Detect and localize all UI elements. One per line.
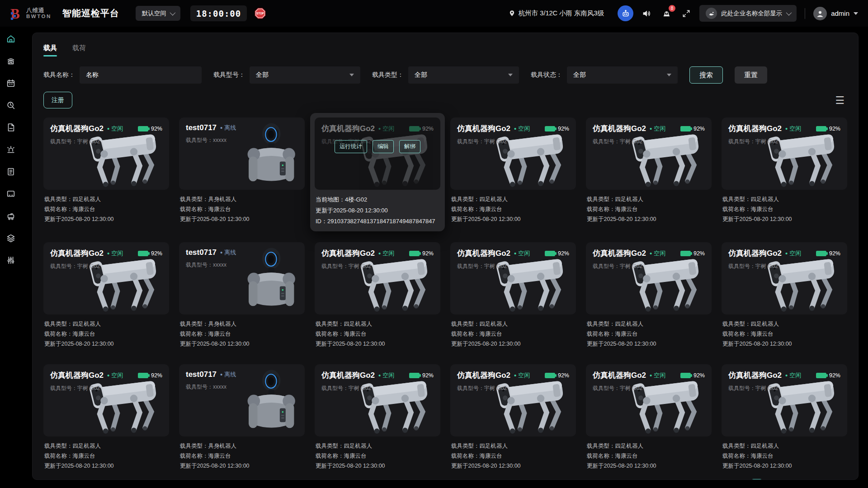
- vehicle-card[interactable]: 仿真机器狗Go2 • 空闲 92% 载具型号：宇树 Go2: [717, 113, 852, 231]
- status-dot-icon: •: [785, 373, 788, 378]
- search-button[interactable]: 搜索: [689, 66, 723, 84]
- battery-percent: 92%: [829, 250, 840, 257]
- battery-percent: 92%: [422, 250, 434, 257]
- vehicle-card[interactable]: 仿真机器狗Go2 • 空闲 92% 载具型号：宇树 Go2: [39, 360, 174, 475]
- card-action-button[interactable]: 解绑: [399, 140, 420, 153]
- reset-button[interactable]: 重置: [735, 66, 767, 84]
- tab-payloads[interactable]: 载荷: [72, 44, 86, 56]
- robot-image: [756, 127, 847, 190]
- battery-percent: 92%: [693, 250, 705, 257]
- robot-assistant-button[interactable]: [618, 5, 633, 21]
- vehicle-card-panel: 仿真机器狗Go2 • 空闲 92% 载具型号：宇树 Go2: [43, 364, 169, 436]
- sidebar-item-robot-vehicle[interactable]: [6, 211, 16, 221]
- battery-indicator: 92%: [545, 126, 569, 132]
- space-selector[interactable]: 默认空间: [136, 6, 180, 21]
- vehicle-type-select[interactable]: 全部: [408, 66, 519, 84]
- vehicle-card[interactable]: 仿真机器狗Go2 • 空闲 92% 载具型号：宇树 Go2: [581, 360, 716, 475]
- vehicle-card[interactable]: 仿真机器狗Go2 • 空闲 92% 载具型号：宇树 Go2: [581, 113, 716, 231]
- enterprise-selector[interactable]: 此处企业名称全部显示: [699, 5, 797, 22]
- status-dot-icon: •: [514, 127, 516, 131]
- card-meta: 载具类型：四足机器人载荷名称：海康云台更新于2025-08-20 12:30:0…: [586, 194, 712, 224]
- emergency-stop-button[interactable]: STOP: [253, 6, 267, 21]
- robot-assistant-icon: [621, 9, 630, 18]
- vehicle-name-input[interactable]: [80, 66, 202, 84]
- status-badge: • 空闲: [378, 125, 394, 133]
- filter-bar: 载具名称： 载具型号： 全部 载具类型： 全部 载具状态： 全部 搜索 重置: [43, 66, 847, 84]
- tab-vehicles[interactable]: 载具: [43, 44, 57, 56]
- vehicle-card[interactable]: 仿真机器狗Go2 • 空闲 92% 载具型号：宇树 Go2: [310, 360, 445, 475]
- status-badge: • 空闲: [107, 371, 123, 380]
- sidebar-item-calendar[interactable]: [6, 78, 16, 88]
- card-meta-line: 载具类型：四足机器人: [316, 319, 439, 329]
- sidebar-item-layers[interactable]: [6, 233, 16, 243]
- vehicle-type-label: 载具类型：: [372, 71, 404, 79]
- page-title: 智能巡检平台: [62, 7, 119, 19]
- sidebar-item-station[interactable]: [6, 56, 16, 66]
- weather-info: 杭州市 3/12C 小雨 东南风3级: [509, 9, 604, 18]
- speaker-icon: [642, 9, 651, 19]
- robot-image: [485, 252, 576, 314]
- vehicle-card[interactable]: test0717 • 离线 载具型号：xxxxx: [175, 113, 309, 231]
- card-model-line: 载具型号：宇树 Go2: [728, 385, 840, 392]
- card-action-button[interactable]: 运行统计: [335, 140, 367, 153]
- vehicle-card[interactable]: 仿真机器狗Go2 • 空闲 92% 载具型号：宇树 Go2: [39, 113, 174, 231]
- card-action-button[interactable]: 编辑: [373, 140, 394, 153]
- vehicle-card[interactable]: 仿真机器狗Go2 • 空闲 92% 载具型号：宇树 Go2: [39, 238, 174, 353]
- battery-indicator: 92%: [816, 250, 840, 257]
- status-badge: • 空闲: [650, 371, 665, 380]
- user-name: admin: [831, 9, 849, 17]
- enterprise-name: 此处企业名称全部显示: [721, 9, 782, 18]
- battery-icon: [680, 251, 691, 256]
- list-view-toggle-icon[interactable]: ☰: [835, 96, 844, 105]
- pagination-page-1[interactable]: 1: [750, 479, 763, 480]
- robot-image: [485, 127, 576, 190]
- dropdown-arrow-icon: [508, 74, 513, 76]
- card-meta-line: 更新于2025-08-20 12:30:00: [722, 339, 846, 349]
- fullscreen-button[interactable]: [679, 6, 693, 21]
- battery-indicator: 92%: [409, 126, 434, 132]
- chevron-down-icon: [170, 10, 175, 16]
- battery-icon: [545, 126, 555, 131]
- status-badge: • 空闲: [514, 125, 530, 133]
- card-meta: 载具类型：四足机器人载荷名称：海康云台更新于2025-08-20 12:30:0…: [43, 319, 169, 349]
- vehicle-card[interactable]: test0717 • 离线 载具型号：xxxxx: [175, 238, 309, 353]
- card-meta-line: 载荷名称：海康云台: [180, 329, 304, 339]
- sidebar-item-document[interactable]: [6, 122, 16, 132]
- sidebar-item-home[interactable]: [6, 34, 16, 44]
- sidebar-item-report[interactable]: [6, 167, 16, 177]
- card-meta-line: 载荷名称：海康云台: [451, 451, 575, 461]
- vehicle-card[interactable]: 仿真机器狗Go2 • 空闲 92% 载具型号：宇树 Go2: [446, 238, 580, 353]
- vehicle-card[interactable]: 仿真机器狗Go2 • 空闲 92% 载具型号：宇树 Go2: [717, 360, 852, 475]
- card-meta-line: 更新于2025-08-20 12:30:00: [587, 214, 711, 224]
- card-meta-line: 载具类型：具身机器人: [180, 319, 304, 329]
- user-menu[interactable]: admin: [813, 7, 858, 20]
- fullscreen-icon: [682, 9, 691, 18]
- alarm-button[interactable]: 8: [660, 6, 673, 21]
- card-meta: 载具类型：四足机器人载荷名称：海康云台更新于2025-08-20 12:30:0…: [722, 441, 847, 471]
- vehicle-card[interactable]: 仿真机器狗Go2 • 空闲 92% 载具型号：宇树 Go2: [310, 238, 445, 353]
- sound-button[interactable]: [640, 6, 653, 21]
- vehicle-card-panel: 仿真机器狗Go2 • 空闲 92% 载具型号：宇树 Go2: [315, 364, 440, 436]
- sidebar-item-alarm-light[interactable]: [6, 145, 16, 155]
- report-icon: [6, 167, 16, 177]
- card-model-line: 载具型号：宇树 Go2: [593, 263, 705, 270]
- card-meta-line: 更新于2025-08-20 12:30:00: [44, 214, 168, 224]
- vehicle-model-select[interactable]: 全部: [250, 66, 360, 84]
- vehicle-status-select[interactable]: 全部: [567, 66, 678, 84]
- battery-indicator: 92%: [409, 372, 434, 379]
- sidebar-item-adjust[interactable]: [6, 255, 16, 265]
- sidebar-item-monitor[interactable]: [6, 189, 16, 199]
- vehicle-card-panel: 仿真机器狗Go2 • 空闲 92% 载具型号：宇树 Go2: [586, 364, 712, 436]
- sidebar-item-time-search[interactable]: [6, 100, 16, 110]
- battery-percent: 92%: [422, 372, 434, 379]
- vehicle-card[interactable]: test0717 • 离线 载具型号：xxxxx: [175, 360, 309, 475]
- vehicle-card[interactable]: 仿真机器狗Go2 • 空闲 92% 载具型号：宇树 Go2 运行统计编辑解绑: [310, 113, 445, 231]
- status-badge: • 离线: [220, 371, 236, 379]
- status-badge: • 空闲: [650, 249, 665, 258]
- register-button[interactable]: 注册: [43, 92, 72, 108]
- vehicle-card[interactable]: 仿真机器狗Go2 • 空闲 92% 载具型号：宇树 Go2: [446, 360, 580, 475]
- vehicle-card[interactable]: 仿真机器狗Go2 • 空闲 92% 载具型号：宇树 Go2: [446, 113, 580, 231]
- vehicle-card[interactable]: 仿真机器狗Go2 • 空闲 92% 载具型号：宇树 Go2: [717, 238, 852, 353]
- card-meta-line: 当前地图：4楼-G02: [316, 194, 439, 205]
- vehicle-card[interactable]: 仿真机器狗Go2 • 空闲 92% 载具型号：宇树 Go2: [581, 238, 716, 353]
